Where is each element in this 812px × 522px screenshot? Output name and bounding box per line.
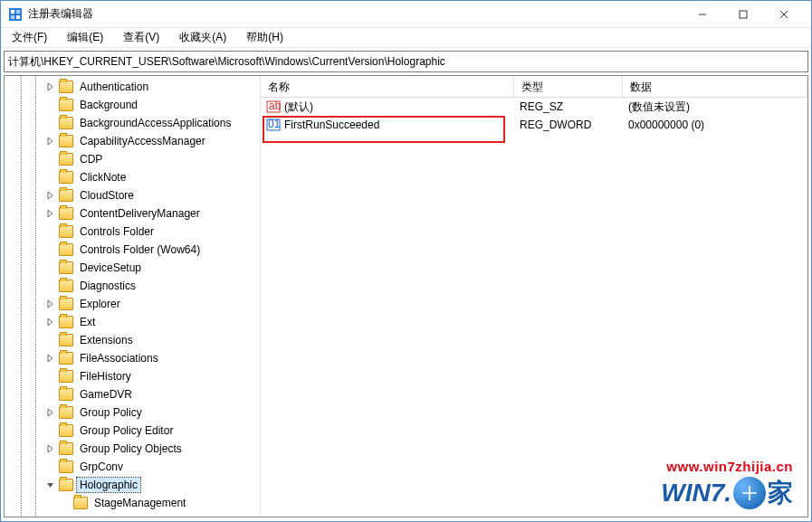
menu-help[interactable]: 帮助(H) — [241, 28, 289, 47]
folder-icon — [59, 460, 73, 473]
tree-item-extensions[interactable]: Extensions — [5, 331, 261, 349]
chevron-right-icon[interactable] — [44, 352, 57, 365]
chevron-down-icon[interactable] — [44, 479, 57, 491]
tree-item-authentication[interactable]: Authentication — [5, 78, 261, 96]
tree-item-background[interactable]: Background — [5, 96, 261, 114]
value-type: REG_DWORD — [514, 118, 623, 132]
chevron-right-icon[interactable] — [44, 298, 57, 310]
tree-pane[interactable]: AuthenticationBackgroundBackgroundAccess… — [5, 76, 261, 517]
folder-icon — [59, 225, 73, 238]
folder-icon — [59, 243, 73, 256]
tree-item-label: Ext — [77, 315, 98, 329]
dword-value-icon: 011 — [266, 118, 281, 132]
tree-item-capabilityaccessmanager[interactable]: CapabilityAccessManager — [5, 132, 261, 150]
folder-icon — [59, 370, 73, 383]
tree-item-label: FileAssociations — [77, 351, 161, 365]
tree-item-label: BackgroundAccessApplications — [77, 116, 234, 130]
value-row[interactable]: ab(默认)REG_SZ(数值未设置) — [261, 98, 807, 116]
chevron-right-icon[interactable] — [44, 406, 57, 419]
values-list: ab(默认)REG_SZ(数值未设置)011FirstRunSucceededR… — [261, 98, 807, 134]
chevron-right-icon[interactable] — [44, 135, 57, 147]
menu-favorites[interactable]: 收藏夹(A) — [174, 28, 232, 47]
tree-item-label: Extensions — [77, 333, 136, 347]
folder-icon — [59, 99, 73, 111]
menu-view[interactable]: 查看(V) — [118, 28, 165, 47]
column-headers: 名称 类型 数据 — [261, 76, 807, 98]
tree-item-contentdeliverymanager[interactable]: ContentDeliveryManager — [5, 204, 261, 223]
content-area: AuthenticationBackgroundBackgroundAccess… — [4, 75, 808, 517]
address-text: 计算机\HKEY_CURRENT_USER\Software\Microsoft… — [8, 54, 445, 70]
folder-icon — [59, 81, 73, 93]
chevron-right-icon[interactable] — [44, 189, 57, 202]
tree-item-label: GrpConv — [77, 460, 126, 474]
tree-item-holographic[interactable]: Holographic — [5, 476, 261, 494]
window-title: 注册表编辑器 — [28, 6, 682, 22]
tree-item-clicknote[interactable]: ClickNote — [5, 168, 261, 186]
tree-item-label: Controls Folder (Wow64) — [77, 242, 203, 257]
maximize-button[interactable] — [722, 2, 763, 27]
address-bar[interactable]: 计算机\HKEY_CURRENT_USER\Software\Microsoft… — [4, 51, 808, 72]
svg-text:011: 011 — [268, 118, 281, 130]
minimize-button[interactable] — [682, 2, 722, 27]
value-name: FirstRunSucceeded — [284, 119, 379, 131]
tree-item-grpconv[interactable]: GrpConv — [5, 458, 261, 476]
tree-item-label: Authentication — [77, 80, 151, 94]
tree-item-cloudstore[interactable]: CloudStore — [5, 186, 261, 204]
folder-icon — [59, 334, 73, 346]
value-type: REG_SZ — [514, 100, 623, 114]
value-data: (数值未设置) — [623, 99, 807, 116]
tree-item-ext[interactable]: Ext — [5, 313, 261, 331]
chevron-right-icon[interactable] — [44, 316, 57, 328]
folder-icon — [59, 479, 73, 491]
folder-icon — [73, 497, 88, 509]
column-type[interactable]: 类型 — [514, 76, 623, 97]
column-data[interactable]: 数据 — [623, 76, 807, 97]
folder-icon — [59, 298, 73, 310]
svg-text:ab: ab — [269, 100, 281, 112]
column-name[interactable]: 名称 — [261, 76, 514, 97]
values-pane[interactable]: 名称 类型 数据 ab(默认)REG_SZ(数值未设置)011FirstRunS… — [261, 76, 807, 517]
tree-item-label: Diagnostics — [77, 279, 139, 293]
folder-icon — [59, 153, 73, 166]
tree-item-label: ContentDeliveryManager — [77, 206, 203, 221]
tree-item-gamedvr[interactable]: GameDVR — [5, 385, 261, 403]
tree-item-cdp[interactable]: CDP — [5, 150, 261, 168]
chevron-right-icon[interactable] — [44, 442, 57, 455]
tree-item-diagnostics[interactable]: Diagnostics — [5, 277, 261, 295]
folder-icon — [59, 424, 73, 437]
value-data: 0x00000000 (0) — [623, 118, 807, 132]
tree-item-filehistory[interactable]: FileHistory — [5, 367, 261, 385]
tree-item-group-policy-objects[interactable]: Group Policy Objects — [5, 440, 261, 458]
tree-item-devicesetup[interactable]: DeviceSetup — [5, 259, 261, 277]
folder-icon — [59, 189, 73, 202]
value-row[interactable]: 011FirstRunSucceededREG_DWORD0x00000000 … — [261, 116, 807, 134]
tree-item-fileassociations[interactable]: FileAssociations — [5, 349, 261, 367]
tree-item-controls-folder[interactable]: Controls Folder — [5, 223, 261, 241]
folder-icon — [59, 280, 73, 292]
tree-item-label: DeviceSetup — [77, 261, 144, 275]
tree-item-label: FileHistory — [77, 369, 134, 384]
menu-file[interactable]: 文件(F) — [6, 28, 53, 47]
tree-item-group-policy-editor[interactable]: Group Policy Editor — [5, 422, 261, 440]
tree-item-label: Group Policy Objects — [77, 441, 185, 456]
folder-icon — [59, 171, 73, 184]
chevron-right-icon[interactable] — [44, 207, 57, 220]
tree-item-label: Explorer — [77, 297, 123, 311]
tree-item-backgroundaccessapplications[interactable]: BackgroundAccessApplications — [5, 114, 261, 132]
tree-item-controls-folder-wow64-[interactable]: Controls Folder (Wow64) — [5, 241, 261, 259]
folder-icon — [59, 352, 73, 365]
window-controls — [682, 2, 804, 27]
tree-item-label: Background — [77, 98, 140, 112]
tree-item-group-policy[interactable]: Group Policy — [5, 403, 261, 422]
chevron-right-icon[interactable] — [44, 81, 57, 93]
close-button[interactable] — [763, 2, 804, 27]
menu-edit[interactable]: 编辑(E) — [62, 28, 109, 47]
tree-item-explorer[interactable]: Explorer — [5, 295, 261, 313]
folder-icon — [59, 406, 73, 419]
svg-rect-3 — [11, 15, 14, 19]
svg-rect-6 — [740, 11, 747, 18]
tree-item-stagemanagement[interactable]: StageManagement — [5, 494, 261, 512]
svg-rect-1 — [11, 10, 14, 14]
folder-icon — [59, 442, 73, 455]
string-value-icon: ab — [266, 100, 281, 114]
